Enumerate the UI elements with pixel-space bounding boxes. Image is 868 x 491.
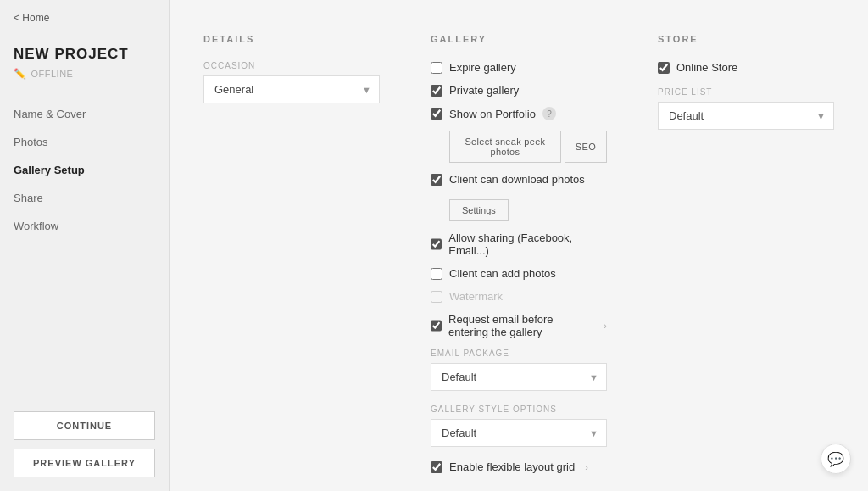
sidebar-item-workflow[interactable]: Workflow	[0, 212, 169, 240]
email-package-row: EMAIL PACKAGE Default Custom ▼	[431, 349, 607, 391]
sneak-peek-buttons: Select sneak peek photos SEO	[449, 131, 607, 163]
show-portfolio-row: Show on Portfolio ?	[431, 107, 607, 120]
sidebar-nav: Name & Cover Photos Gallery Setup Share …	[0, 93, 169, 398]
client-add-photos-row: Client can add photos	[431, 267, 607, 280]
online-store-checkbox[interactable]	[658, 62, 670, 74]
online-store-label: Online Store	[676, 61, 737, 74]
price-list-select-wrapper: Default Custom ▼	[658, 102, 834, 130]
settings-btn-wrapper: Settings	[431, 196, 607, 232]
chat-bubble[interactable]: 💬	[821, 444, 851, 474]
occasion-label: OCCASION	[203, 61, 380, 70]
flexible-layout-label: Enable flexible layout grid	[449, 460, 575, 473]
offline-icon: ✏️	[14, 68, 27, 80]
occasion-select-wrapper: General Wedding Portrait Event Other ▼	[203, 75, 380, 103]
price-list-row: PRICE LIST Default Custom ▼	[658, 87, 834, 130]
sidebar-buttons: CONTINUE PREVIEW GALLERY	[0, 398, 169, 491]
private-gallery-checkbox[interactable]	[431, 85, 442, 97]
occasion-select[interactable]: General Wedding Portrait Event Other	[203, 75, 380, 103]
flexible-layout-chevron-icon: ›	[585, 462, 588, 472]
store-title: STORE	[658, 34, 834, 44]
email-package-select[interactable]: Default Custom	[431, 363, 607, 391]
client-download-row: Client can download photos	[431, 173, 607, 186]
client-download-checkbox[interactable]	[431, 174, 442, 186]
client-add-photos-checkbox[interactable]	[431, 268, 442, 280]
expire-gallery-label: Expire gallery	[449, 61, 516, 74]
portfolio-info-icon[interactable]: ?	[542, 107, 556, 120]
gallery-style-select-wrapper: Default Custom ▼	[431, 419, 607, 447]
preview-gallery-button[interactable]: PREVIEW GALLERY	[14, 449, 155, 477]
price-list-label: PRICE LIST	[658, 87, 834, 97]
project-status: ✏️ OFFLINE	[0, 66, 169, 93]
columns: DETAILS OCCASION General Wedding Portrai…	[203, 34, 834, 483]
sidebar-item-name-cover[interactable]: Name & Cover	[0, 100, 169, 128]
project-title: NEW PROJECT	[0, 36, 169, 66]
email-package-select-wrapper: Default Custom ▼	[431, 363, 607, 391]
seo-button[interactable]: SEO	[565, 131, 607, 163]
home-link[interactable]: < Home	[0, 0, 169, 36]
settings-button[interactable]: Settings	[449, 199, 509, 221]
show-portfolio-label: Show on Portfolio	[449, 108, 536, 120]
store-column: STORE Online Store PRICE LIST Default Cu…	[658, 34, 834, 483]
watermark-label: Watermark	[449, 290, 503, 303]
request-email-row: Request email before entering the galler…	[431, 313, 607, 338]
chat-icon: 💬	[827, 451, 844, 467]
allow-sharing-label: Allow sharing (Facebook, Email...)	[448, 232, 607, 257]
email-package-label: EMAIL PACKAGE	[431, 349, 607, 358]
sneak-peek-button[interactable]: Select sneak peek photos	[449, 131, 561, 163]
client-add-photos-label: Client can add photos	[449, 267, 556, 280]
details-title: DETAILS	[203, 34, 380, 44]
gallery-column: GALLERY Expire gallery Private gallery S…	[431, 34, 607, 483]
details-column: DETAILS OCCASION General Wedding Portrai…	[203, 34, 380, 483]
gallery-title: GALLERY	[431, 34, 607, 44]
watermark-row: Watermark	[431, 290, 607, 303]
flexible-layout-row: Enable flexible layout grid ›	[431, 460, 607, 473]
sidebar-item-share[interactable]: Share	[0, 184, 169, 212]
expire-gallery-row: Expire gallery	[431, 61, 607, 74]
watermark-checkbox	[431, 291, 442, 303]
private-gallery-label: Private gallery	[449, 84, 519, 97]
allow-sharing-checkbox[interactable]	[431, 238, 442, 250]
continue-button[interactable]: CONTINUE	[14, 411, 155, 440]
sidebar-item-gallery-setup[interactable]: Gallery Setup	[0, 156, 169, 184]
client-download-label: Client can download photos	[449, 173, 585, 186]
private-gallery-row: Private gallery	[431, 84, 607, 97]
gallery-style-select[interactable]: Default Custom	[431, 419, 607, 447]
main-content: DETAILS OCCASION General Wedding Portrai…	[170, 0, 868, 491]
request-email-label: Request email before entering the galler…	[448, 313, 593, 338]
gallery-style-row: GALLERY STYLE OPTIONS Default Custom ▼	[431, 405, 607, 447]
request-email-chevron-icon: ›	[604, 321, 607, 331]
price-list-select[interactable]: Default Custom	[658, 102, 834, 130]
expire-gallery-checkbox[interactable]	[431, 62, 442, 74]
online-store-row: Online Store	[658, 61, 834, 74]
gallery-style-label: GALLERY STYLE OPTIONS	[431, 405, 607, 414]
sidebar-item-photos[interactable]: Photos	[0, 128, 169, 156]
allow-sharing-row: Allow sharing (Facebook, Email...)	[431, 232, 607, 257]
show-portfolio-checkbox[interactable]	[431, 108, 442, 120]
flexible-layout-checkbox[interactable]	[431, 461, 442, 473]
sidebar: < Home NEW PROJECT ✏️ OFFLINE Name & Cov…	[0, 0, 170, 491]
request-email-checkbox[interactable]	[431, 320, 442, 332]
